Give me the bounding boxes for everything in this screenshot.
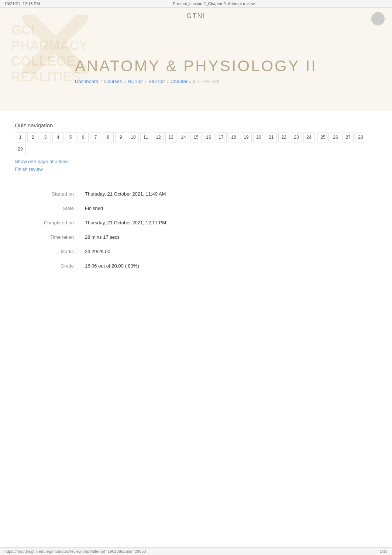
- quiz-nav-btn-7[interactable]: 7: [90, 132, 101, 142]
- quiz-nav-btn-12[interactable]: 12: [153, 132, 164, 142]
- quiz-nav-btn-21[interactable]: 21: [266, 132, 277, 142]
- summary-label-5: Grade: [15, 259, 81, 273]
- quiz-nav-btn-26[interactable]: 26: [330, 132, 341, 142]
- quiz-nav-btn-16[interactable]: 16: [203, 132, 214, 142]
- quiz-nav-btn-29[interactable]: 29: [15, 144, 26, 154]
- quiz-nav-btn-25[interactable]: 25: [317, 132, 329, 142]
- quiz-nav-btn-3[interactable]: 3: [40, 132, 51, 142]
- summary-label-2: Completed on: [15, 216, 81, 230]
- quiz-actions: Show one page at a time Finish review: [15, 159, 377, 172]
- breadcrumb-chapter[interactable]: Chapter # 2: [171, 79, 196, 84]
- browser-page-title: Pre-test_Lesson 2_Chapter 2: Attempt rev…: [40, 1, 388, 6]
- hero-section: GCI PHARMACY COLLEGE REALITIES GTNI ANAT…: [0, 8, 392, 111]
- main-content: Quiz navigation 123456789101112131415161…: [0, 111, 392, 284]
- summary-value-2: Thursday, 21 October 2021, 12:17 PM: [81, 216, 236, 230]
- summary-label-3: Time taken: [15, 230, 81, 244]
- breadcrumb-current: Pre-Test_…: [202, 79, 227, 84]
- quiz-nav-btn-1[interactable]: 1: [15, 132, 26, 142]
- site-name: GTNI: [187, 12, 206, 20]
- quiz-nav-btn-20[interactable]: 20: [253, 132, 264, 142]
- browser-bar: 10/21/21, 12:18 PM Pre-test_Lesson 2_Cha…: [0, 0, 392, 8]
- quiz-nav-btn-5[interactable]: 5: [65, 132, 76, 142]
- quiz-nav-btn-24[interactable]: 24: [303, 132, 314, 142]
- quiz-nav-btn-15[interactable]: 15: [190, 132, 202, 142]
- quiz-nav-btn-10[interactable]: 10: [128, 132, 139, 142]
- finish-review-link[interactable]: Finish review: [15, 166, 377, 172]
- x-logo-watermark: [22, 15, 89, 74]
- quiz-nav-btn-27[interactable]: 27: [343, 132, 354, 142]
- quiz-nav-btn-14[interactable]: 14: [178, 132, 189, 142]
- quiz-nav-btn-11[interactable]: 11: [140, 132, 151, 142]
- quiz-nav-btn-28[interactable]: 28: [355, 132, 366, 142]
- quiz-nav-btn-19[interactable]: 19: [241, 132, 252, 142]
- browser-datetime: 10/21/21, 12:18 PM: [4, 1, 40, 6]
- summary-table: Started onThursday, 21 October 2021, 11:…: [15, 187, 236, 273]
- summary-value-3: 28 mins 17 secs: [81, 230, 236, 244]
- quiz-nav-btn-13[interactable]: 13: [165, 132, 176, 142]
- summary-value-0: Thursday, 21 October 2021, 11:49 AM: [81, 187, 236, 201]
- quiz-nav-btn-23[interactable]: 23: [291, 132, 302, 142]
- quiz-nav-btn-22[interactable]: 22: [278, 132, 289, 142]
- quiz-nav-btn-2[interactable]: 2: [27, 132, 38, 142]
- summary-value-4: 23.29/29.00: [81, 244, 236, 259]
- summary-value-1: Finished: [81, 201, 236, 216]
- footer-bar: https://moodle.gtni.edu.eg/mod/quiz/revi…: [0, 547, 392, 555]
- quiz-nav-btn-17[interactable]: 17: [216, 132, 227, 142]
- summary-label-1: State: [15, 201, 81, 216]
- breadcrumb-sep-5: /: [198, 79, 199, 84]
- footer-pagination: 1/18: [380, 549, 388, 554]
- quiz-nav-grid: 1234567891011121314151617181920212223242…: [15, 132, 377, 154]
- avatar[interactable]: [371, 12, 385, 25]
- quiz-nav-btn-18[interactable]: 18: [228, 132, 239, 142]
- summary-value-5: 16.06 out of 20.00 ( 80%): [81, 259, 236, 273]
- site-logo-area: GTNI: [187, 12, 206, 20]
- quiz-nav-btn-6[interactable]: 6: [78, 132, 89, 142]
- footer-url: https://moodle.gtni.edu.eg/mod/quiz/revi…: [4, 549, 146, 554]
- quiz-navigation-section: Quiz navigation 123456789101112131415161…: [15, 122, 377, 172]
- breadcrumb-sep-4: /: [167, 79, 168, 84]
- quiz-nav-btn-4[interactable]: 4: [52, 132, 63, 142]
- quiz-nav-title: Quiz navigation: [15, 122, 377, 128]
- summary-label-4: Marks: [15, 244, 81, 259]
- quiz-nav-btn-8[interactable]: 8: [103, 132, 114, 142]
- show-one-page-link[interactable]: Show one page at a time: [15, 159, 377, 164]
- summary-label-0: Started on: [15, 187, 81, 201]
- quiz-nav-btn-9[interactable]: 9: [115, 132, 126, 142]
